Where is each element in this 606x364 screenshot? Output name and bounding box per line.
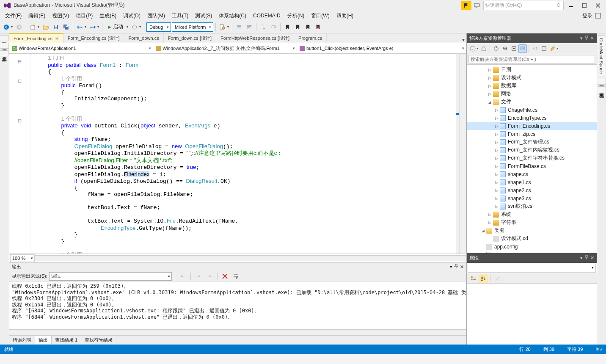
tree-item[interactable]: ▷设计模式 (467, 74, 597, 82)
tree-item[interactable]: ▷网络 (467, 90, 597, 98)
scope-selector[interactable]: C# WindowsFormsApplication1 (9, 43, 153, 53)
chevron-right-icon[interactable]: ▷ (494, 172, 499, 177)
props-pages-button[interactable] (493, 274, 502, 283)
tree-item[interactable]: ▷Form_Encoding.cs (467, 122, 597, 130)
chevron-right-icon[interactable]: ▷ (487, 83, 492, 88)
uncomment-button[interactable] (245, 22, 254, 32)
solution-search-input[interactable] (468, 55, 595, 63)
panel-pin-icon[interactable] (454, 264, 458, 270)
feedback-icon[interactable] (472, 1, 482, 10)
chevron-right-icon[interactable]: ▷ (494, 132, 499, 137)
chevron-right-icon[interactable] (480, 244, 485, 249)
menu-项目[interactable]: 项目(P) (72, 12, 96, 19)
code-editor[interactable]: ⊟ ⊟ ⊟ 1 I JIH public partial class Form1… (9, 54, 466, 254)
tree-item[interactable]: ▷Form_文件字符串替换.cs (467, 154, 597, 162)
properties-grid[interactable] (467, 284, 597, 345)
menu-CODEMAID[interactable]: CODEMAID (250, 12, 284, 19)
doc-tab[interactable]: Form_Encoding.cs [设计] (63, 33, 124, 43)
editor-h-scrollbar[interactable] (35, 255, 466, 261)
sol-home-button[interactable] (479, 44, 488, 53)
chevron-right-icon[interactable]: ▷ (494, 140, 499, 145)
properties-object-selector[interactable] (468, 264, 596, 273)
menu-帮助[interactable]: 帮助(H) (333, 12, 357, 19)
menu-分析[interactable]: 分析(N) (284, 12, 308, 19)
nav-back-button[interactable] (2, 22, 11, 32)
sol-collapse-button[interactable] (510, 44, 518, 53)
maximize-button[interactable] (578, 1, 591, 10)
chevron-right-icon[interactable] (487, 236, 492, 241)
tree-item[interactable]: ▷shape3.cs (467, 194, 597, 202)
panel-close-icon[interactable]: ✕ (460, 264, 464, 270)
nav-back-dropdown[interactable]: ▾ (11, 25, 14, 29)
rail-tab[interactable]: 服务器资源管理器 (0, 43, 9, 49)
menu-团队[interactable]: 团队(M) (144, 12, 168, 19)
chevron-right-icon[interactable]: ▷ (487, 67, 492, 72)
chevron-right-icon[interactable]: ▷ (494, 108, 499, 113)
tree-item[interactable]: ▷ChageFile.cs (467, 106, 597, 114)
notification-flag-icon[interactable] (461, 1, 471, 10)
chevron-right-icon[interactable]: ▷ (487, 75, 492, 80)
tree-item[interactable]: ▷shape2.cs (467, 186, 597, 194)
doc-tab[interactable]: Form_down.cs [设计] (164, 33, 216, 43)
step-over-button[interactable] (269, 22, 278, 32)
close-icon[interactable]: ✕ (55, 36, 59, 41)
class-selector[interactable]: WindowsApplication2._7_访问数据.文件.文件编码.Form… (153, 43, 297, 53)
redo-button[interactable] (88, 22, 97, 32)
config-selector[interactable]: Debug (146, 22, 171, 32)
panel-dropdown-icon[interactable]: ▾ (580, 36, 583, 41)
tab-overflow-button[interactable]: ▾ (460, 37, 466, 43)
tree-item[interactable]: ▷FormFileBase.cs (467, 162, 597, 170)
chevron-right-icon[interactable]: ▷ (494, 156, 499, 161)
bottom-tab[interactable]: 错误列表 (9, 336, 35, 344)
sol-show-all-button[interactable] (518, 44, 527, 53)
undo-button[interactable] (75, 22, 85, 32)
chevron-down-icon[interactable]: ◢ (487, 99, 492, 105)
bookmark-next-button[interactable] (303, 22, 312, 32)
chevron-right-icon[interactable]: ▷ (494, 148, 499, 153)
chevron-right-icon[interactable]: ▷ (494, 116, 499, 121)
menu-编辑[interactable]: 编辑(E) (25, 12, 49, 19)
sign-in-link[interactable]: 登录 (582, 12, 592, 19)
panel-pin-icon[interactable] (584, 36, 589, 41)
solution-tree[interactable]: ▷日期▷设计模式▷数据库▷网络◢文件▷ChageFile.cs▷Encoding… (467, 65, 597, 253)
panel-close-icon[interactable]: ✕ (590, 36, 594, 41)
tree-item[interactable]: ▷EncodingType.cs (467, 114, 597, 122)
rail-tab[interactable]: CodeMaid Spade (598, 35, 605, 77)
member-selector[interactable]: button1_Click(object sender, EventArgs e… (297, 43, 466, 53)
menu-窗口[interactable]: 窗口(W) (308, 12, 333, 19)
tree-item[interactable]: ▷svn取消.cs (467, 202, 597, 210)
browser-select-button[interactable] (130, 22, 139, 32)
sol-properties-button[interactable] (548, 44, 557, 53)
sol-refresh-button[interactable] (501, 44, 509, 53)
output-find-first[interactable]: ⇥ (194, 272, 203, 281)
editor-content[interactable]: 1 I JIH public partial class Form1 : For… (30, 54, 456, 254)
menu-文件[interactable]: 文件(F) (2, 12, 25, 19)
platform-selector[interactable]: Mixed Platform (172, 22, 213, 32)
chevron-right-icon[interactable]: ▷ (494, 180, 499, 185)
tree-item[interactable]: ◢类图 (467, 226, 597, 234)
rail-tab[interactable]: 工具箱 (0, 50, 9, 56)
doc-tab[interactable]: FormHttpWebResponse.cs [设计] (216, 33, 294, 43)
tree-item[interactable]: ▷数据库 (467, 82, 597, 90)
bookmark-clear-button[interactable] (313, 22, 322, 32)
undo-dropdown[interactable]: ▾ (85, 25, 87, 29)
output-find-next[interactable]: ⇥ (205, 272, 214, 281)
chevron-right-icon[interactable]: ▷ (494, 188, 499, 193)
bottom-tab[interactable]: 查找符号结果 (81, 336, 116, 344)
doc-tab[interactable]: Form_Encoding.cs✕ (9, 33, 63, 43)
bookmark-button[interactable] (283, 22, 292, 32)
find-in-files-button[interactable] (218, 22, 227, 32)
rail-tab[interactable]: 数据源 (0, 35, 9, 41)
save-button[interactable] (51, 22, 61, 32)
panel-close-icon[interactable]: ✕ (590, 255, 594, 261)
menu-生成[interactable]: 生成(B) (96, 12, 120, 19)
tree-item[interactable]: ▷字符串 (467, 218, 597, 226)
tree-item[interactable]: ▷系统 (467, 210, 597, 218)
new-project-dropdown[interactable]: ▾ (38, 25, 40, 29)
menu-测试[interactable]: 测试(S) (192, 12, 215, 19)
sol-view-designer-button[interactable] (540, 44, 548, 53)
props-alphabetical-button[interactable]: AZ (479, 274, 488, 283)
menu-体系结构[interactable]: 体系结构(C) (215, 12, 250, 19)
fullscreen-icon[interactable] (595, 13, 601, 19)
tree-item[interactable]: ▷Form_文件内容监视.cs (467, 146, 597, 154)
